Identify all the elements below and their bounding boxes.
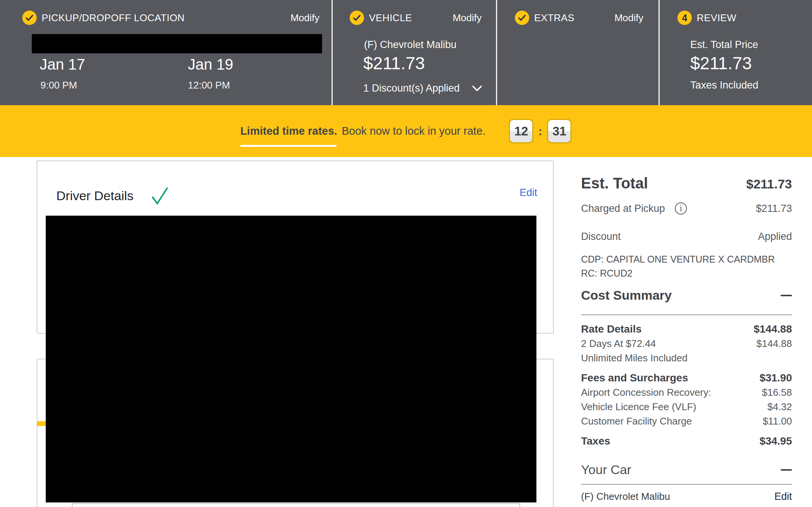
chevron-down-icon[interactable] [472, 82, 482, 94]
edit-driver-details-link[interactable]: Edit [519, 187, 537, 199]
countdown-separator: : [538, 125, 542, 138]
cost-summary-row: 2 Days At $72.44 $144.88 [581, 338, 792, 350]
info-icon[interactable]: i [675, 202, 687, 215]
your-car-title: Your Car [581, 462, 631, 477]
charged-at-pickup-value: $211.73 [756, 203, 792, 215]
banner-highlight: Limited time rates. [240, 125, 337, 137]
step-number-badge: 4 [677, 11, 692, 25]
divider [581, 314, 792, 315]
yellow-accent-bar [37, 421, 46, 426]
collapse-your-car-icon[interactable] [781, 469, 792, 471]
step-title: VEHICLE [369, 12, 412, 24]
countdown-minutes: 12 [509, 119, 533, 143]
step-pickup-dropoff: PICKUP/DROPOFF LOCATION Modify Jan 17 Ja… [0, 0, 332, 105]
cost-row-label: Airport Concession Recovery: [581, 387, 711, 398]
divider [581, 484, 792, 485]
countdown-seconds: 31 [547, 119, 572, 143]
cost-row-label: Rate Details [581, 323, 642, 335]
cost-row-value: $31.90 [759, 372, 792, 384]
dropoff-date: Jan 19 [188, 56, 233, 73]
dropoff-time: 12:00 PM [188, 79, 230, 91]
step-extras: EXTRAS Modify [497, 0, 659, 105]
discount-label: Discount [581, 231, 621, 243]
check-icon [353, 14, 361, 21]
discount-status: Applied [758, 231, 792, 243]
modify-extras-button[interactable]: Modify [614, 12, 643, 24]
modify-location-button[interactable]: Modify [290, 12, 319, 24]
est-total-label: Est. Total [581, 175, 648, 192]
cost-summary-row: Vehicle Licence Fee (VLF) $4.32 [581, 401, 792, 413]
cost-summary-rows: Rate Details $144.88 2 Days At $72.44 $1… [581, 323, 792, 447]
cost-row-value: $144.88 [754, 323, 792, 335]
redacted-location [32, 34, 322, 53]
cost-row-value: $4.32 [767, 401, 792, 413]
cost-row-value: $144.88 [756, 338, 792, 350]
cdp-code-line: CDP: CAPITAL ONE VENTURE X CARDMBR [581, 252, 792, 266]
cost-row-value: $16.58 [762, 387, 792, 398]
cost-row-label: 2 Days At $72.44 [581, 338, 656, 350]
banner-message: Book now to lock in your rate. [342, 125, 485, 137]
pickup-time: 9:00 PM [40, 79, 77, 91]
cost-row-value: $11.00 [762, 415, 792, 427]
edit-your-car-link[interactable]: Edit [774, 491, 792, 502]
step-review: 4 REVIEW Est. Total Price $211.73 Taxes … [660, 0, 812, 105]
cost-row-label: Vehicle Licence Fee (VLF) [581, 401, 696, 413]
step-title: REVIEW [697, 12, 736, 24]
step-title: PICKUP/DROPOFF LOCATION [42, 12, 185, 24]
cost-row-label: Taxes [581, 435, 610, 447]
booking-steps-header: PICKUP/DROPOFF LOCATION Modify Jan 17 Ja… [0, 0, 812, 105]
cost-row-label: Fees and Surcharges [581, 372, 688, 384]
driver-details-title: Driver Details [56, 188, 133, 203]
check-icon [25, 14, 34, 21]
discount-line: 1 Discount(s) Applied [363, 82, 460, 94]
step-complete-badge [515, 11, 529, 25]
charged-at-pickup-label: Charged at Pickup [581, 203, 665, 215]
est-total-price-label: Est. Total Price [690, 39, 758, 51]
cost-summary-row: Customer Facility Charge $11.00 [581, 415, 792, 427]
cost-row-label: Unlimited Miles Included [581, 352, 688, 364]
collapse-cost-summary-icon[interactable] [781, 295, 792, 296]
limited-time-rates-banner: Limited time rates. Book now to lock in … [0, 105, 812, 157]
pickup-date: Jan 17 [40, 56, 85, 73]
check-icon [518, 14, 526, 21]
cost-summary-row: Fees and Surcharges $31.90 [581, 372, 792, 384]
form-field-outline [72, 503, 520, 507]
cost-row-value: $34.95 [759, 435, 792, 447]
order-summary-sidebar: Est. Total $211.73 Charged at Pickup i $… [581, 166, 792, 502]
countdown-timer: 12 : 31 [509, 119, 572, 143]
cost-summary-row: Rate Details $144.88 [581, 323, 792, 335]
rc-code-line: RC: RCUD2 [581, 266, 792, 280]
step-title: EXTRAS [534, 12, 574, 24]
redacted-content-block [46, 216, 536, 502]
modify-vehicle-button[interactable]: Modify [452, 12, 482, 24]
cost-row-label: Customer Facility Charge [581, 415, 692, 427]
your-car-vehicle-name: (F) Chevrolet Malibu [581, 491, 670, 502]
taxes-included-note: Taxes Included [690, 79, 758, 91]
cost-summary-row: Airport Concession Recovery: $16.58 [581, 387, 792, 398]
cost-summary-row: Unlimited Miles Included [581, 352, 792, 364]
est-total-value: $211.73 [746, 177, 792, 191]
cost-summary-row: Taxes $34.95 [581, 435, 792, 447]
vehicle-name: (F) Chevrolet Malibu [364, 39, 457, 51]
est-total-price-value: $211.73 [690, 53, 752, 73]
step-complete-badge [350, 11, 364, 25]
vehicle-price: $211.73 [363, 53, 425, 73]
discount-applied-toggle[interactable]: 1 Discount(s) Applied [363, 82, 482, 94]
step-complete-badge [22, 11, 37, 25]
step-number: 4 [682, 12, 687, 23]
step-vehicle: VEHICLE Modify (F) Chevrolet Malibu $211… [333, 0, 496, 105]
checkout-page: PICKUP/DROPOFF LOCATION Modify Jan 17 Ja… [0, 0, 812, 507]
cost-summary-title: Cost Summary [581, 288, 672, 303]
section-complete-check-icon [150, 185, 170, 208]
